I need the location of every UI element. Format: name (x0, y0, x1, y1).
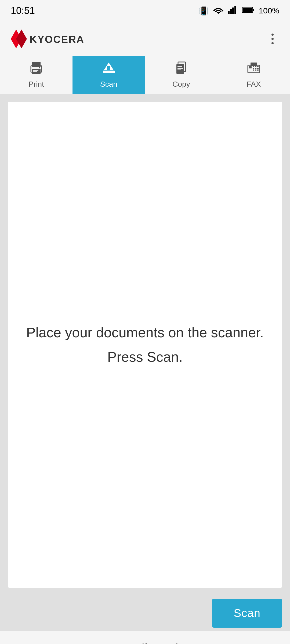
battery-icon (242, 6, 254, 15)
svg-point-16 (39, 67, 40, 68)
svg-rect-2 (230, 9, 232, 14)
svg-rect-4 (234, 6, 236, 14)
device-settings-button[interactable] (255, 640, 282, 644)
signal-icon (228, 6, 238, 16)
svg-rect-23 (177, 68, 183, 69)
svg-rect-32 (257, 68, 259, 69)
svg-rect-30 (253, 68, 254, 69)
status-time: 10:51 (11, 5, 35, 16)
app-header: KYOCERA (0, 21, 290, 56)
print-icon (29, 61, 43, 78)
scan-instructions: Place your documents on the scanner. Pre… (26, 323, 264, 367)
svg-rect-36 (251, 63, 257, 66)
svg-rect-17 (103, 71, 115, 73)
svg-rect-3 (232, 8, 234, 14)
more-dot-1 (271, 34, 274, 36)
svg-rect-34 (255, 69, 256, 71)
svg-rect-21 (176, 64, 184, 74)
device-name-container: TASKalfa 308ci 192.168.0.100 (35, 642, 255, 644)
fax-icon (247, 61, 261, 78)
scan-instruction-line2: Press Scan. (26, 347, 264, 367)
svg-rect-29 (257, 66, 259, 67)
svg-rect-22 (177, 66, 182, 67)
svg-rect-19 (107, 66, 110, 70)
battery-percent: 100% (259, 6, 279, 15)
svg-point-0 (218, 13, 219, 14)
scan-button[interactable]: Scan (212, 599, 282, 628)
tab-copy-label: Copy (172, 80, 190, 89)
device-info-bar: TASKalfa 308ci 192.168.0.100 (0, 631, 290, 644)
status-icons: 📳 100% (199, 6, 279, 16)
tab-print[interactable]: Print (0, 56, 73, 94)
tab-fax-label: FAX (247, 80, 261, 89)
svg-rect-28 (255, 66, 256, 67)
svg-rect-11 (32, 62, 41, 67)
wifi-icon (213, 6, 224, 16)
svg-rect-31 (255, 68, 256, 69)
kyocera-logo: KYOCERA (11, 30, 86, 48)
svg-rect-26 (249, 66, 252, 68)
svg-rect-7 (253, 9, 254, 11)
svg-text:KYOCERA: KYOCERA (30, 34, 84, 45)
bottom-action-bar: Scan (0, 596, 290, 631)
svg-rect-6 (242, 8, 252, 12)
logo-container: KYOCERA (11, 30, 86, 48)
tab-scan[interactable]: Scan (73, 56, 145, 94)
svg-rect-1 (228, 11, 230, 14)
copy-icon (174, 61, 188, 78)
tab-scan-label: Scan (100, 80, 117, 89)
svg-rect-33 (253, 69, 254, 71)
svg-rect-24 (177, 69, 181, 70)
status-bar: 10:51 📳 (0, 0, 290, 21)
vibrate-icon: 📳 (199, 6, 209, 16)
more-dot-3 (271, 42, 274, 44)
more-dot-2 (271, 38, 274, 40)
nav-tabs: Print Scan Copy (0, 56, 290, 94)
svg-rect-15 (33, 71, 37, 72)
tab-copy[interactable]: Copy (145, 56, 218, 94)
printer-device-icon (8, 640, 35, 644)
more-menu-button[interactable] (266, 32, 279, 46)
svg-rect-35 (257, 69, 259, 71)
device-name: TASKalfa 308ci (112, 642, 178, 644)
scan-icon (102, 61, 116, 78)
scan-instruction-line1: Place your documents on the scanner. (26, 323, 264, 342)
main-content: Place your documents on the scanner. Pre… (0, 94, 290, 596)
svg-rect-27 (253, 66, 254, 67)
svg-rect-14 (33, 70, 38, 71)
tab-print-label: Print (28, 80, 44, 89)
scan-preview-area: Place your documents on the scanner. Pre… (8, 102, 282, 588)
tab-fax[interactable]: FAX (218, 56, 290, 94)
